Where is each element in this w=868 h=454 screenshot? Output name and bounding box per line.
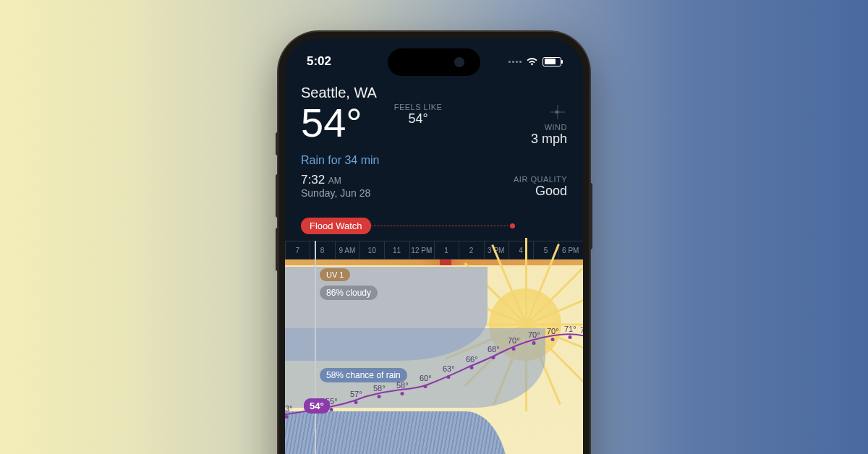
volume-down-button[interactable] [276,228,279,271]
temp-curve [285,260,583,454]
sunrise-time: 7:32 AM [301,173,380,187]
wifi-icon [526,57,538,66]
weather-alert[interactable]: Flood Watch [301,218,371,234]
current-temp: 54° [301,103,362,143]
location[interactable]: Seattle, WA [301,85,567,101]
hour-tick: 8 [310,241,334,259]
now-indicator [315,241,316,454]
power-button[interactable] [589,183,592,249]
forecast-chart[interactable]: UV 1 86% cloudy 58% chance of rain Rain … [285,260,583,454]
air-quality-label: AIR QUALITY [480,175,567,184]
hour-tick: 12 PM [409,241,434,259]
hour-tick: 10 [359,241,384,259]
wind-direction-icon [531,103,567,121]
date: Sunday, Jun 28 [301,187,380,199]
clock: 5:02 [307,54,331,69]
alert-label: Flood Watch [301,218,371,234]
wind-label: WIND [531,123,567,132]
cellular-dots-icon [509,61,522,63]
phone-frame: 5:02 Seattle, WA 54° FEELS LIKE 54° [278,32,590,454]
screen: 5:02 Seattle, WA 54° FEELS LIKE 54° [285,38,583,454]
feels-like-label: FEELS LIKE [394,103,443,111]
timeline[interactable]: 7 8 9 AM 10 11 12 PM 1 2 3 PM 4 5 6 PM [285,241,583,454]
dynamic-island [388,48,480,76]
feels-like-value: 54° [394,111,443,127]
current-temp-marker: 54° [304,398,330,414]
hour-tick: 11 [384,241,409,259]
air-quality-value: Good [480,184,567,199]
battery-icon [542,57,561,67]
rain-summary: Rain for 34 min [301,154,380,167]
hour-tick: 9 AM [335,241,359,259]
alert-connector [371,226,512,226]
hour-tick: 7 [285,241,310,259]
wind-value: 3 mph [531,132,567,147]
volume-up-button[interactable] [276,174,279,218]
mute-switch[interactable] [276,132,279,155]
